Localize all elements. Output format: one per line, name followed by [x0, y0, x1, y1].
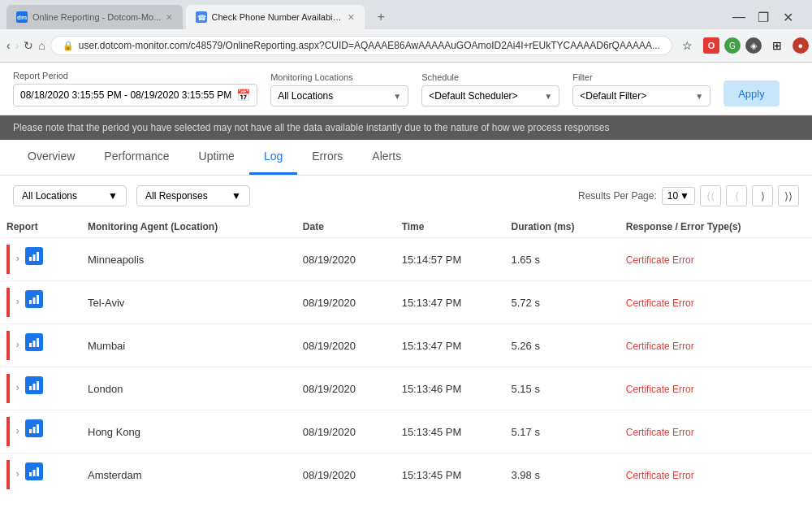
expand-button[interactable]: › — [16, 339, 19, 350]
new-tab-button[interactable]: + — [371, 7, 391, 28]
row-expand-cell: › — [0, 238, 81, 281]
tab-log[interactable]: Log — [249, 140, 297, 175]
page-content: Report Period 08/18/2020 3:15:55 PM - 08… — [0, 63, 812, 508]
chevron-down-icon: ▼ — [393, 92, 401, 101]
first-page-button[interactable]: ⟨⟨ — [700, 185, 721, 206]
controls-bar: Report Period 08/18/2020 3:15:55 PM - 08… — [0, 63, 812, 115]
svg-rect-4 — [37, 252, 39, 261]
row-time: 15:13:46 PM — [395, 367, 505, 410]
row-date: 08/19/2020 — [296, 238, 395, 281]
row-error-type: Certificate Error — [620, 324, 812, 367]
svg-rect-15 — [33, 427, 36, 433]
tab-bar: dm Online Reporting - Dotcom-Mo... × ☎ C… — [0, 0, 812, 29]
expand-button[interactable]: › — [16, 296, 19, 307]
reload-button[interactable]: ↻ — [24, 35, 33, 56]
col-error-type: Response / Error Type(s) — [620, 216, 812, 238]
row-error-type: Certificate Error — [620, 238, 812, 281]
tab-2[interactable]: ☎ Check Phone Number Availabilit... × — [186, 5, 365, 29]
row-date: 08/19/2020 — [296, 281, 395, 324]
chart-icon[interactable] — [25, 290, 43, 308]
expand-button[interactable]: › — [16, 468, 19, 480]
svg-rect-12 — [33, 384, 36, 390]
row-location: Amsterdam — [81, 454, 296, 493]
results-per-page-select[interactable]: 10 ▼ — [662, 187, 695, 205]
close-button[interactable]: ✕ — [776, 8, 799, 26]
tab-overview[interactable]: Overview — [13, 140, 89, 175]
row-expand-cell: › — [0, 324, 81, 367]
filter-select[interactable]: <Default Filter> ▼ — [572, 85, 710, 106]
expand-button[interactable]: › — [16, 425, 19, 436]
last-page-button[interactable]: ⟩⟩ — [778, 185, 799, 206]
location-filter-select[interactable]: All Locations ▼ — [13, 185, 127, 206]
chart-icon[interactable] — [25, 333, 43, 351]
ext-chrome-icon[interactable]: G — [724, 37, 741, 54]
puzzle-icon[interactable]: ⊞ — [767, 35, 788, 56]
svg-rect-6 — [33, 297, 36, 304]
error-badge: Certificate Error — [626, 384, 694, 395]
chart-icon[interactable] — [25, 419, 43, 437]
maximize-button[interactable]: ❐ — [752, 8, 775, 26]
col-date: Date — [296, 216, 395, 238]
row-date: 08/19/2020 — [296, 367, 395, 410]
monitoring-locations-label: Monitoring Locations — [270, 72, 408, 82]
table-container: Report Monitoring Agent (Location) Date … — [0, 216, 812, 493]
svg-rect-10 — [37, 338, 39, 347]
response-filter-select[interactable]: All Responses ▼ — [136, 185, 250, 206]
tab2-close[interactable]: × — [348, 11, 354, 24]
chevron-down-icon-3: ▼ — [695, 92, 703, 101]
error-badge: Certificate Error — [626, 427, 694, 438]
row-time: 15:13:45 PM — [395, 454, 505, 493]
address-bar-row: ‹ › ↻ ⌂ 🔒 user.dotcom-monitor.com/c48579… — [0, 29, 812, 62]
row-date: 08/19/2020 — [296, 324, 395, 367]
expand-button[interactable]: › — [16, 253, 19, 264]
row-error-type: Certificate Error — [620, 410, 812, 454]
apply-button[interactable]: Apply — [723, 80, 780, 106]
chart-icon[interactable] — [25, 376, 43, 394]
back-button[interactable]: ‹ — [6, 35, 11, 56]
prev-page-button[interactable]: ⟨ — [726, 185, 747, 206]
row-duration: 5.72 s — [504, 281, 619, 324]
tab-errors[interactable]: Errors — [297, 140, 357, 175]
schedule-value: <Default Scheduler> — [429, 90, 517, 102]
toolbar-icons: ☆ O G ◈ ⊞ ● ⋮ — [677, 35, 812, 56]
row-expand-cell: › — [0, 410, 81, 454]
tab-uptime[interactable]: Uptime — [184, 140, 249, 175]
notice-bar: Please note that the period you have sel… — [0, 115, 812, 140]
tab-1[interactable]: dm Online Reporting - Dotcom-Mo... × — [6, 5, 183, 29]
monitoring-locations-select[interactable]: All Locations ▼ — [270, 85, 408, 106]
chart-icon[interactable] — [25, 247, 43, 265]
chevron-down-icon-4: ▼ — [108, 190, 118, 202]
report-period-group: Report Period 08/18/2020 3:15:55 PM - 08… — [13, 71, 257, 106]
browser-chrome: dm Online Reporting - Dotcom-Mo... × ☎ C… — [0, 0, 812, 63]
schedule-label: Schedule — [421, 72, 559, 82]
schedule-select[interactable]: <Default Scheduler> ▼ — [421, 85, 559, 106]
tab1-close[interactable]: × — [166, 11, 172, 24]
table-row: › Amsterdam 08/19/2020 15:13:45 PM 3.98 … — [0, 454, 812, 493]
filter-label: Filter — [572, 72, 710, 82]
chevron-down-icon-2: ▼ — [544, 92, 552, 101]
data-table: Report Monitoring Agent (Location) Date … — [0, 216, 812, 493]
address-bar[interactable]: 🔒 user.dotcom-monitor.com/c48579/OnlineR… — [50, 36, 672, 55]
table-row: › Minneapolis 08/19/2020 15:14:57 PM 1.6… — [0, 238, 812, 281]
chart-icon[interactable] — [25, 462, 43, 480]
tab-performance[interactable]: Performance — [89, 140, 184, 175]
ext-grey-icon[interactable]: ◈ — [745, 37, 762, 54]
tab-alerts[interactable]: Alerts — [357, 140, 416, 175]
row-duration: 5.17 s — [504, 410, 619, 454]
minimize-button[interactable]: — — [728, 8, 750, 26]
expand-button[interactable]: › — [16, 382, 19, 393]
results-per-page-value: 10 — [667, 190, 678, 202]
ext-red-icon[interactable]: ● — [793, 37, 809, 54]
table-row: › Hong Kong 08/19/2020 15:13:45 PM 5.17 … — [0, 410, 812, 454]
next-page-button[interactable]: ⟩ — [752, 185, 773, 206]
forward-button[interactable]: › — [15, 35, 19, 56]
date-range-input[interactable]: 08/18/2020 3:15:55 PM - 08/19/2020 3:15:… — [13, 84, 257, 106]
svg-rect-2 — [29, 257, 32, 261]
col-location: Monitoring Agent (Location) — [81, 216, 296, 238]
svg-rect-16 — [37, 424, 39, 433]
ext-opera-icon[interactable]: O — [703, 37, 719, 54]
star-icon[interactable]: ☆ — [677, 35, 698, 56]
date-range-value: 08/18/2020 3:15:55 PM - 08/19/2020 3:15:… — [20, 89, 231, 101]
row-date: 08/19/2020 — [296, 410, 395, 454]
home-button[interactable]: ⌂ — [38, 35, 45, 56]
